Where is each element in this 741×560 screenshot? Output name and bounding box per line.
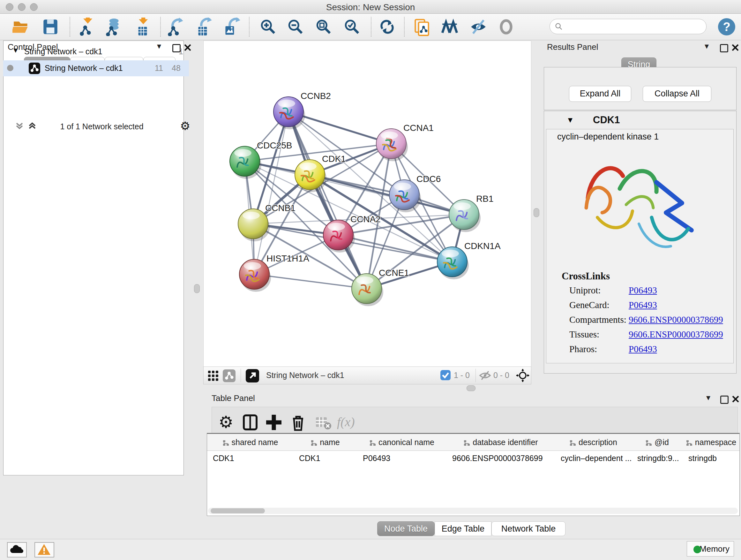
memory-button[interactable]: Memory (687, 541, 734, 557)
network-collection-row[interactable]: ▼ String Network – cdk1 1 (3, 44, 189, 60)
memory-status-dot (693, 546, 701, 553)
open-view-in-window-icon[interactable] (246, 369, 259, 382)
network-edge[interactable] (254, 274, 367, 289)
results-panel-menu-button[interactable]: ▾ (704, 41, 709, 51)
protein-structure-image (572, 144, 709, 268)
cdk1-details: cyclin–dependent kinase 1 CrossLinks Uni… (546, 129, 734, 363)
delete-column-icon[interactable] (288, 413, 308, 432)
crosslink-link[interactable]: P06493 (629, 344, 657, 354)
hidden-eye-icon[interactable] (479, 370, 491, 381)
table-cell[interactable]: CDK1 (293, 451, 357, 465)
network-node-CCNB2[interactable] (273, 97, 304, 127)
cloud-button[interactable] (7, 542, 27, 557)
crosslink-label: GeneCard: (569, 300, 610, 310)
table-cell[interactable]: P06493 (357, 451, 447, 465)
table-cell[interactable]: cyclin–dependent ... (555, 451, 631, 465)
table-cell[interactable]: stringdb (683, 451, 739, 465)
network-edge[interactable] (310, 175, 464, 214)
export-network-icon[interactable] (166, 17, 185, 36)
tab-edge-table[interactable]: Edge Table (434, 521, 491, 536)
zoom-fit-icon[interactable] (314, 17, 333, 36)
network-node-CCNE1[interactable] (352, 273, 382, 304)
show-graphics-details-icon[interactable] (497, 17, 515, 36)
zoom-in-icon[interactable] (259, 17, 277, 36)
table-cell[interactable]: stringdb:9... (631, 451, 683, 465)
network-node-RB1[interactable] (449, 199, 479, 230)
network-current-dot (7, 65, 13, 71)
export-image-icon[interactable] (222, 17, 240, 36)
crosslink-link[interactable]: 9606.ENSP00000378699 (629, 314, 723, 325)
selected-checkbox-icon[interactable] (441, 370, 451, 380)
grid-view-icon[interactable] (207, 370, 219, 381)
network-node-CCNA1[interactable] (376, 129, 406, 159)
zoom-selected-icon[interactable] (343, 17, 361, 36)
crosslink-link[interactable]: 9606.ENSP00000378699 (629, 329, 723, 340)
network-canvas[interactable]: CCNB2CCNA1CDC25BCDK1CDC6RB1CCNB1CCNA2CDK… (203, 41, 531, 367)
network-edge[interactable] (254, 112, 288, 274)
add-column-icon[interactable] (264, 413, 283, 432)
table-settings-gear-icon[interactable]: ⚙ (216, 413, 235, 432)
results-panel-close-button[interactable] (731, 44, 739, 51)
network-node-CDC25B[interactable] (230, 146, 260, 176)
table-cell[interactable]: 9606.ENSP00000378699 (447, 451, 555, 465)
crosslink-link[interactable]: P06493 (629, 300, 657, 310)
refresh-layout-icon[interactable] (378, 17, 396, 36)
collection-expand-icon[interactable]: ▼ (12, 46, 19, 55)
network-row-selected[interactable]: String Network – cdk1 11 48 (3, 60, 189, 76)
control-panel: Control Panel ▾ Network Style Select Set… (3, 41, 189, 531)
toolbar-search[interactable] (549, 19, 706, 34)
cdk1-section-title: CDK1 (593, 114, 620, 126)
clone-network-icon[interactable] (413, 17, 431, 36)
node-table[interactable]: shared name name canonical name database… (207, 433, 740, 516)
birdseye-toggle-icon[interactable] (516, 368, 530, 382)
function-builder-icon[interactable]: f(x) (337, 413, 366, 432)
search-input[interactable] (566, 20, 702, 33)
network-node-HIST1H1A[interactable] (239, 259, 269, 289)
tab-node-table[interactable]: Node Table (377, 521, 434, 536)
show-columns-icon[interactable] (241, 413, 260, 432)
left-splitter-grip[interactable] (194, 284, 200, 293)
table-panel-menu-button[interactable]: ▾ (706, 393, 711, 402)
export-table-icon[interactable] (194, 17, 212, 36)
results-panel-float-button[interactable] (720, 43, 728, 52)
crosslink-link[interactable]: P06493 (629, 285, 657, 296)
node-label-CDK1: CDK1 (322, 154, 346, 164)
first-neighbors-icon[interactable] (441, 17, 460, 36)
scrollbar-thumb[interactable] (211, 508, 265, 513)
import-network-database-icon[interactable] (104, 17, 123, 36)
help-button[interactable]: ? (718, 18, 735, 36)
import-table-icon[interactable] (133, 17, 152, 36)
delete-table-icon[interactable] (313, 413, 333, 432)
zoom-out-icon[interactable] (286, 17, 305, 36)
results-cdk1-section: ▼ CDK1 cyclin–dependent kinase 1 CrossLi… (544, 111, 737, 374)
table-panel-float-button[interactable] (720, 395, 729, 404)
network-node-CDK1[interactable] (295, 160, 325, 190)
crosslink-row: Uniprot:P06493 (546, 285, 733, 300)
node-label-CCNE1: CCNE1 (379, 268, 409, 278)
table-panel-close-button[interactable] (732, 395, 739, 403)
expand-all-button[interactable]: Expand All (569, 86, 631, 102)
save-session-icon[interactable] (41, 17, 60, 36)
horizontal-splitter-grip[interactable] (467, 385, 475, 391)
network-edge[interactable] (338, 235, 452, 262)
network-options-gear-icon[interactable]: ⚙ (180, 119, 190, 133)
warning-button[interactable] (35, 542, 54, 557)
network-node-CDC6[interactable] (389, 180, 419, 210)
network-node-CCNB1[interactable] (238, 209, 268, 239)
tab-network-table[interactable]: Network Table (491, 521, 565, 536)
right-splitter-grip[interactable] (534, 208, 539, 217)
selected-count: 1 - 0 (454, 371, 470, 380)
network-node-CCNA2[interactable] (323, 220, 353, 250)
hide-selected-icon[interactable] (469, 17, 488, 36)
cdk1-collapse-icon[interactable]: ▼ (566, 116, 574, 125)
crosslink-row: Tissues:9606.ENSP00000378699 (546, 329, 733, 344)
crosslink-row: Pharos:P06493 (546, 344, 733, 359)
import-network-file-icon[interactable] (77, 17, 96, 36)
open-session-icon[interactable] (12, 17, 31, 36)
network-badge-icon[interactable] (223, 369, 235, 382)
table-horizontal-scrollbar[interactable] (208, 508, 738, 514)
table-cell[interactable]: CDK1 (207, 451, 293, 465)
main-toolbar: ? (0, 14, 741, 40)
collapse-all-button[interactable]: Collapse All (643, 86, 711, 102)
network-node-CDKN1A[interactable] (437, 247, 467, 277)
